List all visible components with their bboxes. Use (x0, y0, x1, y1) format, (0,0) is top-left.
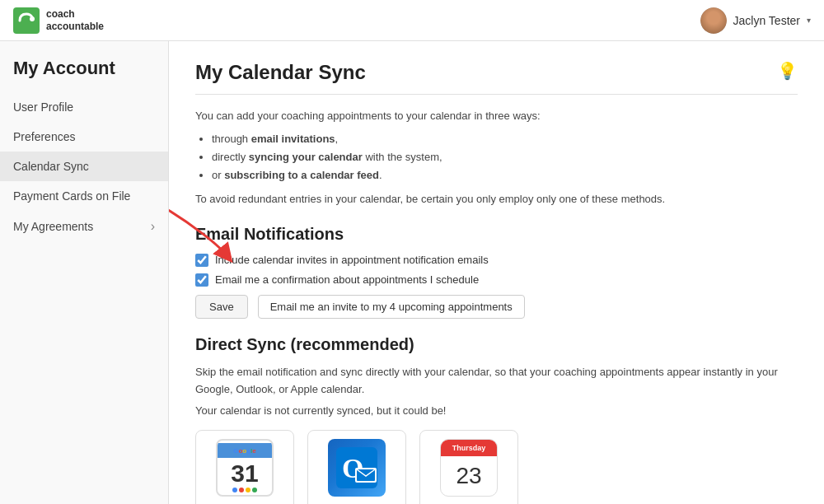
chevron-right-icon: › (151, 219, 155, 234)
topbar: coach accountable Jaclyn Tester ▾ (0, 0, 824, 41)
logo-area[interactable]: coach accountable (13, 7, 104, 34)
sidebar-item-payment-cards[interactable]: Payment Cards on File (0, 181, 168, 211)
intro-warning: To avoid redundant entries in your calen… (195, 191, 798, 208)
direct-sync-desc: Skip the email notification and sync dir… (195, 364, 798, 399)
sync-apple-card[interactable]: Thursday 23 Sync with Apple (419, 430, 518, 504)
outlook-icon: O (328, 439, 386, 497)
google-cal-number: 31 (231, 461, 258, 486)
sync-google-card[interactable]: G o o g l e 31 (195, 430, 294, 504)
checkbox-2-label: Email me a confirmation about appointmen… (215, 273, 479, 286)
logo-icon (13, 7, 40, 34)
sync-outlook-card[interactable]: O Sync with Outlook (307, 430, 406, 504)
checkbox-row-2: Email me a confirmation about appointmen… (195, 273, 798, 287)
sidebar-item-user-profile[interactable]: User Profile (0, 92, 168, 122)
intro-list-item-1: through email invitations, (212, 130, 798, 148)
avatar (700, 7, 727, 34)
sidebar-item-calendar-sync[interactable]: Calendar Sync (0, 152, 168, 181)
user-menu[interactable]: Jaclyn Tester ▾ (700, 7, 811, 34)
sync-cards: G o o g l e 31 (195, 430, 798, 504)
content-area: My Calendar Sync 💡 You can add your coac… (169, 41, 824, 504)
apple-cal-number: 23 (456, 463, 481, 489)
intro-list: through email invitations, directly sync… (212, 130, 798, 184)
chevron-down-icon: ▾ (807, 16, 811, 25)
sync-status: Your calendar is not currently synced, b… (195, 404, 798, 417)
email-notifications-title: Email Notifications (195, 225, 798, 244)
actions-row: Save Email me an invite to my 4 upcoming… (195, 295, 798, 319)
intro-list-item-2: directly syncing your calendar with the … (212, 148, 798, 166)
svg-point-1 (30, 16, 35, 21)
checkbox-row-1: Include calendar invites in appointment … (195, 254, 798, 267)
google-icon-body: G o o g l e 31 (196, 431, 293, 504)
checkbox-1-label: Include calendar invites in appointment … (215, 254, 489, 266)
intro-text: You can add your coaching appointments t… (195, 108, 798, 125)
sidebar: My Account User Profile Preferences Cale… (0, 41, 169, 504)
outlook-icon-body: O (308, 431, 405, 504)
include-calendar-invites-checkbox[interactable] (195, 254, 208, 267)
main-layout: My Account User Profile Preferences Cale… (0, 41, 824, 504)
sidebar-item-my-agreements[interactable]: My Agreements › (0, 211, 168, 242)
intro-list-item-3: or subscribing to a calendar feed. (212, 166, 798, 184)
apple-icon-body: Thursday 23 (420, 431, 517, 504)
sidebar-section-title: My Account (0, 41, 168, 92)
invite-button[interactable]: Email me an invite to my 4 upcoming appo… (258, 295, 525, 319)
save-button[interactable]: Save (195, 295, 248, 319)
sidebar-item-preferences[interactable]: Preferences (0, 122, 168, 152)
direct-sync-title: Direct Sync (recommended) (195, 335, 798, 354)
user-name: Jaclyn Tester (733, 14, 800, 27)
lightbulb-icon[interactable]: 💡 (777, 61, 798, 81)
content-header: My Calendar Sync 💡 (195, 61, 798, 95)
logo-text: coach accountable (46, 8, 104, 32)
apple-cal-day: Thursday (452, 444, 486, 452)
google-calendar-icon: G o o g l e 31 (216, 439, 274, 497)
email-confirmation-checkbox[interactable] (195, 273, 208, 287)
page-title: My Calendar Sync (195, 61, 366, 84)
svg-rect-0 (13, 7, 40, 34)
apple-calendar-icon: Thursday 23 (440, 439, 498, 497)
